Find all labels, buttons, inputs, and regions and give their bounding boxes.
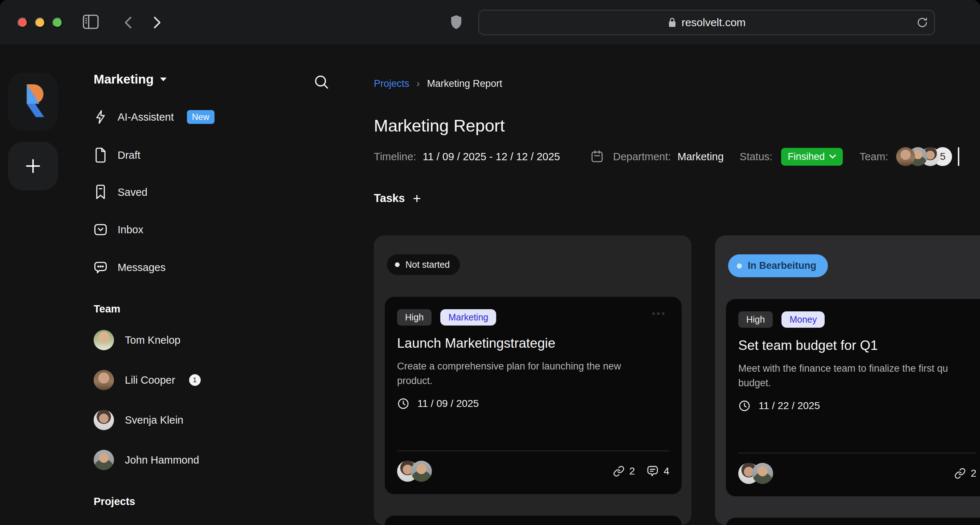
tasks-header: Tasks + (374, 191, 421, 205)
comments-count: 4 (663, 465, 669, 477)
page-title: Marketing Report (374, 115, 505, 136)
team-section-heading: Team (94, 303, 121, 315)
sidebar-item-label: Messages (118, 262, 165, 274)
project-team-avatars[interactable]: 5 (896, 147, 952, 166)
card-title: Launch Marketingstrategie (397, 336, 669, 351)
sidebar-item-draft[interactable]: Draft (94, 144, 140, 166)
status-badge[interactable]: Finsihed (781, 148, 843, 166)
timeline-label: Timeline: (374, 151, 416, 163)
breadcrumb: Projects › Marketing Report (374, 78, 502, 89)
kanban-column-not-started: Not started High Marketing ••• Launch Ma… (374, 235, 692, 525)
new-badge: New (187, 110, 215, 124)
browser-back-icon[interactable] (122, 15, 135, 30)
team-member-svenja-klein[interactable]: Svenja Klein (94, 410, 183, 430)
clock-icon (738, 400, 751, 412)
team-member-lili-cooper[interactable]: Lili Cooper 1 (94, 370, 201, 390)
card-divider (738, 453, 976, 453)
status-dot (395, 262, 399, 267)
timeline-value: 11 / 09 / 2025 - 12 / 12 / 2025 (423, 151, 560, 163)
team-member-name: Tom Knelop (125, 334, 180, 346)
workspace-switcher[interactable]: Marketing (94, 72, 167, 86)
task-card-set-team-budget[interactable]: High Money Set team budget for Q1 Meet w… (726, 299, 980, 496)
privacy-shield-icon[interactable] (450, 14, 462, 30)
avatar (896, 147, 915, 166)
chevron-down-icon (829, 154, 836, 159)
team-member-tom-knelop[interactable]: Tom Knelop (94, 330, 180, 350)
card-divider (397, 450, 669, 451)
lightning-icon (94, 109, 107, 125)
column-status-badge: Not started (387, 254, 460, 275)
avatar (94, 330, 114, 350)
column-status-text: Not started (406, 259, 450, 270)
due-date: 11 / 09 / 2025 (417, 398, 479, 410)
window-minimize-button[interactable] (35, 18, 45, 28)
card-description: Create a comprehensive plan for launchin… (397, 359, 669, 388)
card-footer: 2 4 (397, 461, 669, 482)
sidebar-item-label: Saved (118, 187, 147, 198)
url-text: resolvelt.com (682, 16, 746, 29)
team-label: Team: (859, 151, 888, 163)
search-button[interactable] (313, 73, 329, 90)
draft-file-icon (94, 147, 107, 163)
team-member-john-hammond[interactable]: John Hammond (94, 450, 199, 470)
status-value: Finsihed (788, 151, 825, 163)
card-due-row: 11 / 22 / 2025 (738, 400, 976, 412)
column-status-text: In Bearbeitung (748, 260, 816, 271)
plus-icon (24, 156, 43, 176)
links-count: 2 (629, 465, 635, 477)
card-assignees (738, 463, 773, 484)
team-member-name: Svenja Klein (125, 414, 183, 426)
workspace-name: Marketing (94, 72, 154, 86)
team-member-name: Lili Cooper (125, 374, 175, 386)
sidebar-item-messages[interactable]: Messages (94, 257, 165, 278)
team-member-name: John Hammond (125, 454, 199, 466)
add-task-button[interactable]: + (413, 191, 421, 205)
browser-window: resolvelt.com (0, 0, 980, 525)
calendar-icon (590, 150, 604, 163)
reload-icon[interactable] (916, 16, 929, 29)
links-indicator: 2 (954, 468, 976, 479)
status-dot (737, 263, 742, 268)
kanban-column-in-bearbeitung: In Bearbeitung High Money Set team budge… (715, 235, 980, 525)
meta-divider (958, 147, 959, 166)
window-zoom-button[interactable] (52, 18, 62, 28)
card-title: Set team budget for Q1 (738, 338, 976, 353)
window-close-button[interactable] (18, 18, 28, 28)
card-tags: High Marketing (397, 309, 669, 326)
clock-icon (397, 397, 409, 410)
sidebar-item-inbox[interactable]: Inbox (94, 219, 143, 241)
column-status-badge: In Bearbeitung (728, 254, 828, 277)
comments-indicator: 4 (646, 465, 669, 478)
app-content: Marketing AI-Assistent New (0, 44, 980, 525)
chat-bubble-icon (94, 260, 107, 274)
projects-section-heading: Projects (94, 496, 135, 507)
breadcrumb-projects-link[interactable]: Projects (374, 78, 409, 89)
avatar (411, 461, 432, 482)
address-bar[interactable]: resolvelt.com (478, 10, 935, 35)
inbox-icon (94, 222, 107, 237)
card-menu-dots-icon[interactable]: ••• (650, 308, 668, 320)
sidebar-item-saved[interactable]: Saved (94, 181, 147, 203)
task-card-peek[interactable] (726, 518, 980, 525)
browser-chrome: resolvelt.com (0, 0, 980, 45)
sidebar-item-ai-assistent[interactable]: AI-Assistent New (94, 106, 215, 128)
priority-tag: High (397, 309, 431, 326)
links-indicator: 2 (613, 465, 635, 477)
sidebar-item-label: AI-Assistent (118, 111, 174, 123)
resolvelt-logo-icon (16, 82, 50, 122)
card-footer: 2 (738, 463, 976, 484)
avatar (94, 410, 114, 430)
task-card-peek[interactable] (385, 515, 682, 525)
app-logo[interactable] (8, 73, 58, 131)
avatar (752, 463, 773, 484)
department-label: Department: (613, 151, 671, 163)
status-label: Status: (740, 151, 772, 163)
browser-forward-icon[interactable] (150, 15, 163, 30)
sidebar-item-label: Draft (118, 149, 140, 161)
card-tags: High Money (738, 311, 976, 328)
browser-sidebar-toggle-icon[interactable] (82, 14, 99, 30)
category-tag: Money (781, 311, 825, 328)
bookmark-icon (94, 185, 107, 200)
task-card-launch-marketingstrategie[interactable]: High Marketing ••• Launch Marketingstrat… (385, 297, 682, 494)
add-workspace-button[interactable] (8, 142, 58, 190)
